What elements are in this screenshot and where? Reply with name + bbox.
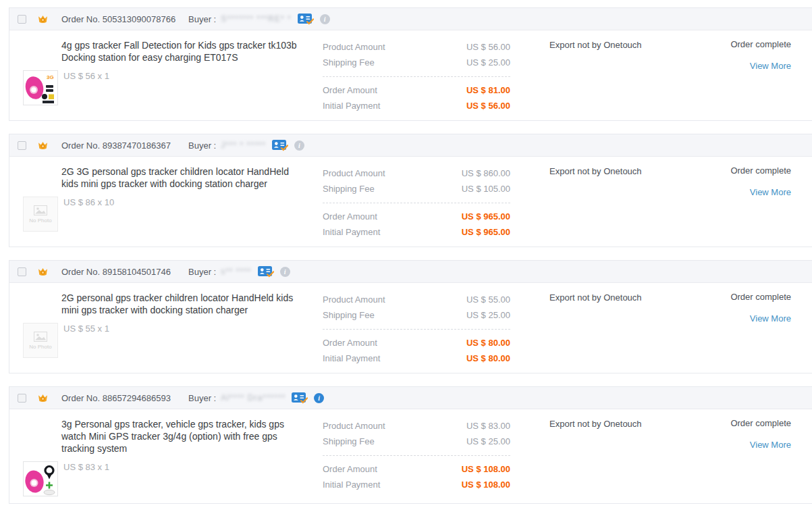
product-title[interactable]: 2G 3G personal gps tracker children loca… [61,165,299,190]
no-photo-label: No Photo [29,217,51,224]
buyer-info: Buyer : Al**** Dra****** [188,393,286,403]
product-title[interactable]: 2G personal gps tracker children locator… [61,292,299,316]
amounts-column: Product Amount US $ 83.00 Shipping Fee U… [323,418,510,496]
view-more-link[interactable]: View More [750,187,791,197]
info-icon[interactable]: i [314,393,324,403]
initial-payment-row: Initial Payment US $ 56.00 [323,98,510,113]
contact-card-icon[interactable] [298,13,314,25]
product-amount-value: US $ 860.00 [462,168,510,178]
amounts-column: Product Amount US $ 56.00 Shipping Fee U… [323,39,510,113]
initial-payment-label: Initial Payment [323,353,380,363]
buyer-label: Buyer : [188,393,216,403]
initial-payment-label: Initial Payment [323,227,380,237]
buyer-name-redacted: J*** * ***** [221,140,266,150]
buyer-label: Buyer : [188,267,216,277]
buyer-level-medal-icon [37,392,49,403]
product-title[interactable]: 3g Personal gps tracker, vehicle gps tra… [61,418,299,455]
product-photo[interactable] [23,461,58,496]
order-amount-row: Order Amount US $ 108.00 [323,461,510,477]
buyer-info: Buyer : S******* ***RE* * [188,14,292,24]
product-column: 2G personal gps tracker children locator… [9,292,323,366]
dashed-divider [323,455,510,456]
buyer-info: Buyer : J*** * ***** [188,140,266,151]
order-card: Order No. 88657294686593 Buyer : Al**** … [9,386,812,504]
initial-payment-row: Initial Payment US $ 965.00 [323,224,510,240]
order-amount-row: Order Amount US $ 81.00 [323,82,510,98]
info-icon[interactable]: i [280,267,290,277]
status-column: Order complete View More [705,418,812,496]
unit-price: US $ 86 x 10 [63,197,114,232]
order-amount-value: US $ 965.00 [462,211,510,222]
status-column: Order complete View More [705,165,812,240]
product-photo[interactable] [23,70,58,105]
unit-price: US $ 83 x 1 [63,462,109,496]
info-icon[interactable]: i [320,14,330,24]
view-more-link[interactable]: View More [750,440,791,450]
order-amount-label: Order Amount [323,85,377,95]
product-amount-label: Product Amount [323,294,385,305]
order-body: 2G 3G personal gps tracker children loca… [9,157,812,247]
order-body: 2G personal gps tracker children locator… [9,283,812,373]
view-more-link[interactable]: View More [750,313,791,324]
contact-card-icon[interactable] [292,392,308,404]
view-more-link[interactable]: View More [750,61,791,71]
info-icon[interactable]: i [294,140,304,151]
status-column: Order complete View More [705,39,812,113]
product-row: US $ 56 x 1 [23,70,323,105]
amounts-column: Product Amount US $ 860.00 Shipping Fee … [323,165,510,240]
order-amount-label: Order Amount [323,338,377,348]
initial-payment-row: Initial Payment US $ 108.00 [323,477,510,492]
buyer-name-redacted: S******* ***RE* * [221,14,291,24]
dashed-divider [323,76,510,77]
order-header: Order No. 89158104501746 Buyer : s** ***… [9,261,812,283]
order-card: Order No. 89158104501746 Buyer : s** ***… [9,260,812,373]
unit-price: US $ 55 x 1 [63,324,109,358]
order-number: Order No. 88657294686593 [61,393,188,403]
order-header: Order No. 505313090078766 Buyer : S*****… [9,8,812,30]
export-status: Export not by Onetouch [549,418,705,496]
order-amount-value: US $ 80.00 [466,338,510,348]
product-amount-value: US $ 56.00 [466,42,510,52]
order-status: Order complete [705,292,791,302]
product-row: US $ 83 x 1 [23,461,323,496]
order-checkbox[interactable] [18,141,26,150]
buyer-level-medal-icon [37,140,49,151]
buyer-name-redacted: s** **** [221,267,251,276]
order-amount-row: Order Amount US $ 965.00 [323,209,510,224]
initial-payment-row: Initial Payment US $ 80.00 [323,351,510,366]
no-photo-placeholder[interactable]: No Photo [23,323,58,358]
dashed-divider [323,203,510,203]
product-amount-row: Product Amount US $ 56.00 [323,39,510,55]
shipping-fee-label: Shipping Fee [323,436,375,446]
order-number: Order No. 89158104501746 [61,267,188,277]
initial-payment-value: US $ 965.00 [462,227,510,237]
no-photo-placeholder[interactable]: No Photo [23,197,58,232]
buyer-label: Buyer : [188,140,216,151]
shipping-fee-row: Shipping Fee US $ 25.00 [323,434,510,449]
order-status: Order complete [705,39,791,49]
order-status: Order complete [705,418,791,428]
order-number: Order No. 89387470186367 [61,140,188,151]
product-amount-label: Product Amount [323,168,385,178]
contact-card-icon[interactable] [272,139,288,151]
order-amount-row: Order Amount US $ 80.00 [323,335,510,351]
order-amount-label: Order Amount [323,211,377,222]
shipping-fee-label: Shipping Fee [323,310,375,320]
shipping-fee-label: Shipping Fee [323,57,375,68]
initial-payment-label: Initial Payment [323,101,380,111]
product-title[interactable]: 4g gps tracker Fall Detection for Kids g… [61,39,299,63]
export-status: Export not by Onetouch [549,292,705,366]
unit-price: US $ 56 x 1 [63,71,109,105]
shipping-fee-value: US $ 105.00 [462,184,510,194]
dashed-divider [323,329,510,330]
shipping-fee-row: Shipping Fee US $ 105.00 [323,181,510,197]
initial-payment-label: Initial Payment [323,480,380,490]
order-checkbox[interactable] [18,15,26,24]
order-checkbox[interactable] [18,267,26,276]
product-amount-value: US $ 83.00 [466,421,510,431]
contact-card-icon[interactable] [258,265,274,278]
order-amount-value: US $ 108.00 [462,464,510,474]
buyer-level-medal-icon [37,14,49,24]
order-checkbox[interactable] [18,394,26,403]
order-body: 4g gps tracker Fall Detection for Kids g… [9,30,812,120]
